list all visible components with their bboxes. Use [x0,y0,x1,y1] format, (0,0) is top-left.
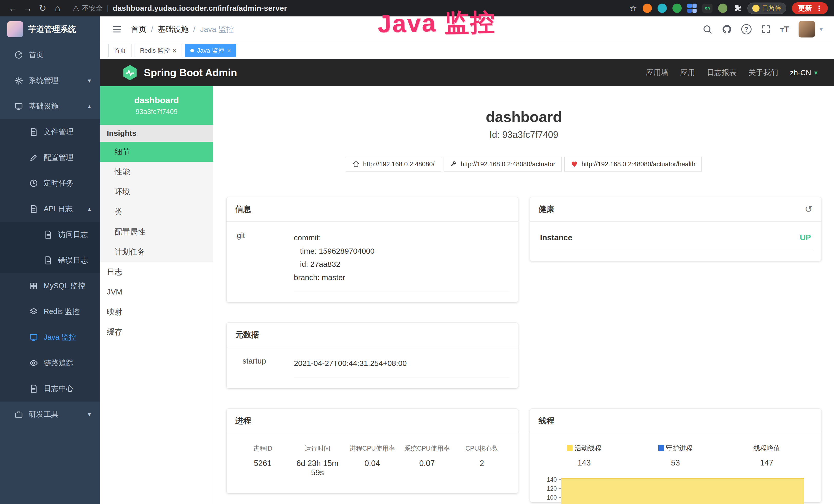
extension-icon-teal-drop[interactable] [658,4,667,13]
health-instance-row[interactable]: Instance UP [539,231,813,250]
sidebar-item-api-logs[interactable]: API 日志 ▴ [0,196,100,222]
sba-menu-mappings[interactable]: 映射 [100,302,213,322]
sidebar-item-file-management[interactable]: 文件管理 [0,119,100,145]
fullscreen-icon[interactable] [761,24,771,35]
tab-redis-monitor[interactable]: Redis 监控 × [135,44,182,57]
sidebar-item-access-logs[interactable]: 访问日志 [0,222,100,248]
url-text[interactable]: dashboard.yudao.iocoder.cn/infra/admin-s… [113,4,287,13]
browser-back-button[interactable]: ← [6,3,20,13]
close-icon[interactable]: × [227,47,231,54]
browser-update-button[interactable]: 更新 ⋮ [792,2,828,14]
chevron-down-icon: ▾ [88,411,91,418]
document-icon [44,256,52,265]
metadata-card-title: 元数据 [235,329,259,340]
search-icon[interactable] [702,24,712,35]
sidebar-item-error-logs[interactable]: 错误日志 [0,248,100,273]
font-size-icon[interactable]: TT [780,24,789,35]
extension-icon-switch-on[interactable]: on [702,4,712,13]
sba-logo-icon [122,65,138,81]
info-value: commit: time: 1596289704000 id: 27aa832 … [294,231,509,292]
sidebar-item-redis-monitor[interactable]: Redis 监控 [0,299,100,324]
sidebar-item-home[interactable]: 首页 [0,42,100,68]
browser-refresh-button[interactable]: ↻ [36,3,49,13]
sba-menu-jvm[interactable]: JVM [100,282,213,302]
sba-menu-metrics[interactable]: 性能 [100,162,213,182]
sba-menu-config-props[interactable]: 配置属性 [100,222,213,242]
extension-icon-orange[interactable] [643,4,652,13]
sidebar-item-tracing[interactable]: 链路追踪 [0,350,100,376]
service-url-link[interactable]: http://192.168.0.2:48080/ [346,157,441,171]
instance-name: dashboard [134,95,179,105]
address-bar[interactable]: ⚠ 不安全 | dashboard.yudao.iocoder.cn/infra… [72,4,628,13]
breadcrumb-section[interactable]: 基础设施 [158,24,189,35]
health-card-title: 健康 [539,204,554,215]
extensions-puzzle-icon[interactable] [733,4,742,13]
legend-daemon-threads: 守护进程 53 [630,444,721,467]
url-separator: | [107,4,109,12]
page-subtitle: Id: 93a3fc7f7409 [226,130,821,140]
paused-badge[interactable]: 已暂停 [747,3,786,14]
sba-menu-logs[interactable]: 日志 [100,262,213,282]
gauge-icon [14,51,23,59]
avatar-caret-icon[interactable]: ▾ [820,26,823,33]
sidebar-item-infrastructure[interactable]: 基础设施 ▴ [0,93,100,119]
sba-menu-classes[interactable]: 类 [100,202,213,222]
locale-selector[interactable]: zh-CN ▾ [790,69,817,77]
health-url-link[interactable]: http://192.168.0.2:48080/actuator/health [564,157,702,171]
monitor-icon [29,333,38,342]
sidebar-item-system-management[interactable]: 系统管理 ▾ [0,68,100,93]
history-icon[interactable]: ↺ [805,204,812,215]
sba-brand[interactable]: Spring Boot Admin [122,65,237,81]
threads-chart: 140 120 100 [539,475,813,502]
document-icon [29,384,38,393]
logo-avatar [7,21,23,37]
sba-menu-environment[interactable]: 环境 [100,182,213,202]
sba-menu-caches[interactable]: 缓存 [100,322,213,342]
threads-chart-plot [561,475,804,502]
home-icon [352,160,359,168]
metadata-value: 2021-04-27T00:44:31.254+08:00 [294,357,509,377]
security-warning[interactable]: ⚠ 不安全 [72,4,103,13]
github-icon[interactable] [722,24,732,35]
heart-icon [571,160,578,168]
page-title: dashboard [226,108,821,125]
sba-nav-about[interactable]: 关于我们 [748,68,778,78]
sidebar-item-dev-tools[interactable]: 研发工具 ▾ [0,402,100,427]
sidebar-item-scheduled-jobs[interactable]: 定时任务 [0,170,100,196]
browser-forward-button[interactable]: → [21,3,35,13]
health-instance-label: Instance [540,233,572,243]
threads-card-title: 线程 [539,415,554,426]
breadcrumb-home[interactable]: 首页 [131,24,147,35]
briefcase-icon [14,410,23,419]
sidebar-item-java-monitor[interactable]: Java 监控 [0,324,100,350]
browser-home-button[interactable]: ⌂ [51,3,64,13]
sba-menu-group-insights: Insights [100,125,213,142]
sidebar-item-log-center[interactable]: 日志中心 [0,376,100,402]
bookmark-star-icon[interactable]: ☆ [629,3,637,13]
user-avatar[interactable] [798,21,815,38]
sba-nav-journal[interactable]: 日志报表 [707,68,737,78]
sba-nav-wallboard[interactable]: 应用墙 [646,68,668,78]
extension-icon-green-circle[interactable] [673,4,682,13]
app-logo[interactable]: 芋道管理系统 [0,17,100,42]
sba-instance-header[interactable]: dashboard 93a3fc7f7409 [100,86,213,125]
hamburger-menu-icon[interactable] [111,24,122,35]
sidebar-item-config-management[interactable]: 配置管理 [0,145,100,170]
tab-home[interactable]: 首页 [108,44,132,57]
document-icon [44,230,52,239]
legend-swatch-active [567,445,572,451]
sba-menu-details[interactable]: 细节 [100,142,213,162]
sidebar-item-mysql-monitor[interactable]: MySQL 监控 [0,273,100,299]
actuator-url-link[interactable]: http://192.168.0.2:48080/actuator [444,157,562,171]
help-icon[interactable]: ? [741,24,751,35]
sba-menu-scheduled-tasks[interactable]: 计划任务 [100,242,213,262]
extension-icon-leaf[interactable] [718,4,727,13]
close-icon[interactable]: × [173,47,176,54]
extension-icon-blue-grid[interactable] [687,4,697,13]
active-threads-area [561,478,804,504]
update-button-label: 更新 [798,4,812,13]
sba-nav-applications[interactable]: 应用 [680,68,695,78]
threads-card: 线程 活动线程 143 [530,409,821,502]
browser-menu-icon[interactable]: ⋮ [815,4,823,13]
tab-java-monitor[interactable]: Java 监控 × [185,44,236,57]
